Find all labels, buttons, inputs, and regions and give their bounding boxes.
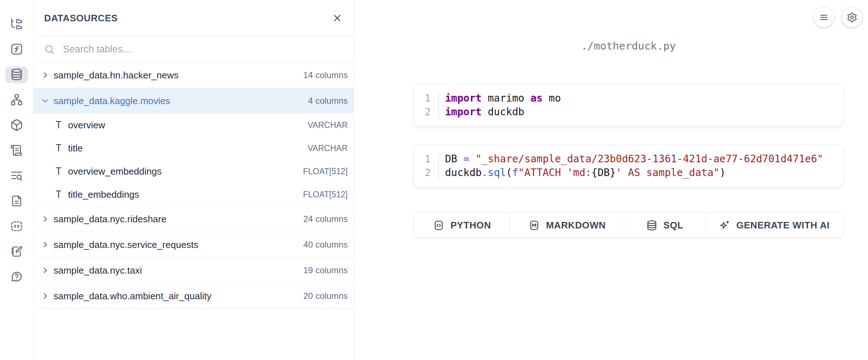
column-datatype: FLOAT[512]: [303, 167, 348, 176]
sidebar-item-tracebacks[interactable]: [5, 168, 28, 184]
notebook-filename: ./motherduck.py: [414, 40, 843, 52]
column-type-icon: T: [56, 120, 68, 130]
column-name: title: [68, 143, 308, 154]
column-type-icon: T: [56, 143, 68, 154]
line-number: 1: [425, 91, 431, 105]
panel-header: DATASOURCES: [33, 0, 353, 37]
table-column-count: 24 columns: [303, 214, 348, 224]
table-name: sample_data.nyc.taxi: [54, 265, 300, 276]
code-cell: 12DB = "_share/sample_data/23b0d623-1361…: [414, 145, 843, 187]
code-editor[interactable]: import marimo as moimport duckdb: [439, 91, 843, 119]
line-number: 2: [425, 166, 431, 180]
sidebar-item-variables[interactable]: [5, 41, 28, 58]
tables-list: sample_data.hn.hacker_news14 columnssamp…: [33, 63, 353, 309]
code-line: import duckdb: [445, 105, 843, 119]
folder-tree-icon: [10, 17, 23, 31]
markdown-icon: [529, 220, 540, 231]
generate-ai-button[interactable]: GENERATE WITH AI: [706, 213, 843, 237]
datasources-panel: DATASOURCES sample_data.hn.hacker_news14…: [33, 0, 354, 360]
chevron-right-icon: [41, 266, 50, 275]
code-square-icon: [433, 220, 444, 231]
search-icon: [44, 44, 55, 55]
table-column-count: 40 columns: [303, 240, 348, 250]
line-number: 2: [425, 105, 431, 119]
text-search-icon: [10, 169, 23, 183]
panel-title: DATASOURCES: [44, 13, 332, 24]
code-line: DB = "_share/sample_data/23b0d623-1361-4…: [445, 152, 843, 166]
add-markdown-button[interactable]: MARKDOWN: [511, 213, 624, 237]
table-row[interactable]: sample_data.nyc.taxi19 columns: [33, 258, 353, 283]
column-name: title_embeddings: [68, 189, 303, 200]
app-root: DATASOURCES sample_data.hn.hacker_news14…: [0, 0, 868, 360]
help-chat-icon: [10, 270, 23, 284]
sidebar-item-snippets[interactable]: [5, 218, 28, 235]
database-icon: [646, 220, 657, 231]
sidebar-item-scratchpad[interactable]: [5, 244, 28, 260]
add-button-label: SQL: [664, 220, 683, 231]
table-group: sample_data.who.ambient_air_quality20 co…: [33, 283, 353, 309]
column-name: overview: [68, 120, 308, 131]
sidebar-item-dependencies[interactable]: [5, 92, 28, 108]
close-icon: [332, 13, 343, 23]
add-sql-button[interactable]: SQL: [624, 213, 706, 237]
table-column-count: 4 columns: [308, 96, 348, 106]
table-row[interactable]: sample_data.nyc.service_requests40 colum…: [33, 232, 353, 257]
table-row[interactable]: sample_data.kaggle.movies4 columns: [33, 88, 353, 113]
code-line: import marimo as mo: [445, 91, 843, 105]
column-row[interactable]: Ttitle_embeddingsFLOAT[512]: [33, 183, 353, 206]
function-square-icon: [10, 43, 23, 57]
table-group: sample_data.nyc.taxi19 columns: [33, 258, 353, 283]
top-actions: [813, 7, 862, 27]
add-button-label: PYTHON: [450, 220, 491, 231]
table-row[interactable]: sample_data.nyc.rideshare24 columns: [33, 206, 353, 232]
package-icon: [10, 119, 23, 133]
column-datatype: FLOAT[512]: [303, 190, 348, 200]
table-group: sample_data.nyc.service_requests40 colum…: [33, 232, 353, 258]
sidebar-item-file-explorer[interactable]: [5, 16, 28, 33]
sidebar-item-logs[interactable]: [5, 142, 28, 159]
table-name: sample_data.who.ambient_air_quality: [54, 291, 300, 302]
sidebar-item-documentation[interactable]: [5, 193, 28, 210]
code-editor[interactable]: DB = "_share/sample_data/23b0d623-1361-4…: [439, 152, 843, 180]
add-python-button[interactable]: PYTHON: [414, 213, 511, 237]
gear-icon: [847, 12, 858, 23]
table-group: sample_data.nyc.rideshare24 columns: [33, 206, 353, 232]
line-number-gutter: 12: [414, 91, 439, 119]
column-row[interactable]: Toverview_embeddingsFLOAT[512]: [33, 160, 353, 183]
chevron-right-icon: [41, 70, 50, 80]
notebook-area: ./motherduck.py 12import marimo as moimp…: [354, 0, 868, 360]
column-datatype: VARCHAR: [308, 143, 348, 153]
scroll-icon: [10, 144, 23, 158]
table-group: sample_data.kaggle.movies4 columnsToverv…: [33, 88, 353, 206]
network-icon: [10, 93, 23, 107]
add-cell-button-row: PYTHONMARKDOWNSQLGENERATE WITH AI: [414, 213, 843, 238]
table-column-count: 19 columns: [303, 265, 348, 275]
column-row[interactable]: TtitleVARCHAR: [33, 137, 353, 160]
line-number-gutter: 12: [414, 152, 439, 180]
code-line: duckdb.sql(f"ATTACH 'md:{DB}' AS sample_…: [445, 166, 843, 180]
chevron-right-icon: [41, 214, 50, 224]
table-row[interactable]: sample_data.who.ambient_air_quality20 co…: [33, 283, 353, 309]
line-number: 1: [425, 152, 431, 166]
sidebar-item-help[interactable]: [5, 269, 28, 286]
code-cell: 12import marimo as moimport duckdb: [414, 84, 843, 127]
close-panel-button[interactable]: [332, 13, 343, 23]
sparkles-icon: [719, 220, 730, 231]
column-row[interactable]: ToverviewVARCHAR: [33, 113, 353, 137]
table-row[interactable]: sample_data.hn.hacker_news14 columns: [33, 63, 353, 88]
add-button-label: GENERATE WITH AI: [736, 220, 830, 231]
notebook-pen-icon: [10, 245, 23, 259]
table-column-count: 14 columns: [303, 70, 348, 80]
sidebar-item-packages[interactable]: [5, 117, 28, 134]
sidebar-item-datasources[interactable]: [5, 67, 28, 83]
column-name: overview_embeddings: [68, 166, 303, 177]
column-datatype: VARCHAR: [308, 120, 348, 130]
search-tables-input[interactable]: [62, 43, 343, 55]
column-type-icon: T: [56, 166, 68, 177]
settings-button[interactable]: [842, 7, 862, 27]
menu-icon: [818, 12, 829, 23]
table-name: sample_data.kaggle.movies: [54, 95, 305, 107]
notebook-menu-button[interactable]: [813, 7, 834, 27]
table-name: sample_data.hn.hacker_news: [54, 70, 300, 81]
search-row: [33, 37, 353, 63]
